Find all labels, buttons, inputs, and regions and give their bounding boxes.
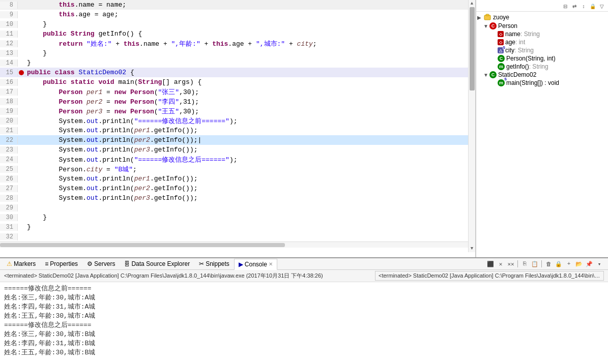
table-row: 30 }: [0, 213, 475, 222]
scroll-up-arrow[interactable]: ▲: [469, 0, 475, 7]
vertical-scrollbar[interactable]: ▲ ▼: [468, 0, 475, 252]
tab-markers[interactable]: ⚠ Markers: [2, 258, 40, 269]
staticdemo02-label: StaticDemo02: [498, 71, 536, 78]
outline-item-zuoye[interactable]: ▶ zuoye: [476, 13, 608, 22]
tab-snippets[interactable]: ✂ Snippets: [194, 258, 234, 269]
city-field-type: : String: [514, 47, 534, 54]
code-container[interactable]: 8 this.name = name; 9 this.age = age; 10: [0, 0, 475, 257]
paste-btn[interactable]: 📋: [530, 259, 539, 268]
scrollbar-thumb[interactable]: [470, 7, 475, 90]
class-icon: C: [489, 22, 497, 29]
tab-properties[interactable]: ≡ Properties: [40, 258, 82, 269]
line-content-10: }: [25, 20, 475, 28]
outline-item-getinfo[interactable]: m getInfo() : String: [476, 63, 608, 71]
tab-datasource[interactable]: 🗄 Data Source Explorer: [120, 258, 194, 269]
main-method-icon: m S: [498, 79, 505, 86]
line-content-27: System.out.println(per2.getInfo());: [25, 185, 475, 192]
horizontal-scrollbar[interactable]: [0, 241, 475, 248]
outline-item-constructor[interactable]: C Person(String, int): [476, 54, 608, 63]
tab-servers-label: Servers: [94, 260, 115, 267]
outline-item-name[interactable]: ◇ name : String: [476, 30, 608, 38]
main-area: 8 this.name = name; 9 this.age = age; 10: [0, 0, 608, 257]
table-row: 24 System.out.println("======修改信息之后=====…: [0, 155, 475, 164]
package-icon: [483, 13, 491, 21]
remove-all-btn[interactable]: ✕✕: [506, 259, 515, 268]
table-row: 20 System.out.println("======修改信息之前=====…: [0, 116, 475, 126]
table-row: 12 return "姓名:" + this.name + ",年龄:" + t…: [0, 39, 475, 48]
link-editor-btn[interactable]: ⇄: [570, 2, 578, 10]
outline-item-staticdemo02[interactable]: ▼ C StaticDemo02: [476, 71, 608, 79]
snippets-icon: ✂: [199, 260, 204, 267]
scroll-down-arrow[interactable]: ▼: [469, 245, 475, 252]
console-line-1: ======修改信息之前======: [4, 284, 604, 293]
tab-servers[interactable]: ⚙ Servers: [82, 258, 120, 269]
pin-btn[interactable]: 📌: [585, 259, 594, 268]
constructor-label: Person(String, int): [506, 55, 556, 62]
line-number-21: 21: [0, 127, 18, 134]
outline-item-age[interactable]: ◇ age : int: [476, 38, 608, 46]
outline-panel: ⊟ ⇄ ↕ 🔒 ▽ ▶ zuoye ▼ C Person: [476, 0, 608, 257]
line-marker-15: [18, 70, 25, 75]
remove-btn[interactable]: ✕: [496, 259, 505, 268]
console-line-7: 姓名:李四,年龄:31,城市:B城: [4, 339, 604, 348]
scrollbar-track-h: [0, 243, 475, 247]
table-row: 29: [0, 203, 475, 213]
table-row: 16 public static void main(String[] args…: [0, 77, 475, 87]
chevron-down-btn[interactable]: ▾: [595, 259, 604, 268]
table-row: 31 }: [0, 222, 475, 232]
console-header: <terminated> StaticDemo02 [Java Applicat…: [0, 270, 608, 282]
outline-item-person[interactable]: ▼ C Person: [476, 22, 608, 30]
table-row: 23 System.out.println(per3.getInfo());: [0, 145, 475, 155]
line-number-12: 12: [0, 40, 18, 47]
table-row: 15 public class StaticDemo02 {: [0, 68, 475, 77]
table-row: 32: [0, 232, 475, 241]
code-lines: 8 this.name = name; 9 this.age = age; 10: [0, 0, 475, 241]
line-content-23: System.out.println(per3.getInfo());: [25, 146, 475, 154]
hide-btn[interactable]: 🔒: [589, 2, 597, 10]
console-x-icon: ✕: [269, 261, 273, 267]
scrollbar-track: [469, 7, 475, 245]
line-number-11: 11: [0, 31, 18, 38]
class-icon-staticdemo: C: [489, 71, 497, 78]
copy-btn[interactable]: ⎘: [520, 259, 529, 268]
collapse-all-btn[interactable]: ⊟: [561, 2, 569, 10]
constructor-icon: C: [498, 55, 505, 62]
line-content-30: }: [25, 214, 475, 221]
line-number-22: 22: [0, 137, 18, 144]
line-number-29: 29: [0, 204, 18, 211]
console-line-5: ======修改信息之后======: [4, 321, 604, 330]
tab-console-label: Console: [245, 261, 267, 268]
outline-item-city[interactable]: △ S city : String: [476, 46, 608, 54]
stop-btn[interactable]: ⬛: [486, 259, 495, 268]
filter-btn[interactable]: ▽: [598, 2, 606, 10]
name-field-type: : String: [520, 31, 540, 38]
open-btn[interactable]: 📂: [574, 259, 584, 268]
outline-toolbar: ⊟ ⇄ ↕ 🔒 ▽: [476, 1, 608, 12]
console-toolbar: ⬛ ✕ ✕✕ ⎘ 📋 🗑 🔒 + 📂 📌 ▾: [484, 259, 606, 269]
console-tooltip: <terminated> StaticDemo02 [Java Applicat…: [375, 271, 604, 281]
main-label: main(String[]) : void: [506, 79, 559, 86]
sort-btn[interactable]: ↕: [580, 2, 588, 10]
outline-item-main[interactable]: m S main(String[]) : void: [476, 79, 608, 87]
new-console-btn[interactable]: +: [564, 259, 573, 268]
clear-btn[interactable]: 🗑: [544, 259, 553, 268]
chevron-down-icon: ▼: [483, 72, 489, 78]
line-number-31: 31: [0, 224, 18, 231]
line-content-12: return "姓名:" + this.name + ",年龄:" + this…: [25, 39, 475, 48]
getinfo-label: getInfo(): [506, 63, 529, 70]
line-content-20: System.out.println("======修改信息之前======")…: [25, 116, 475, 126]
scrollbar-thumb-h[interactable]: [0, 243, 285, 247]
line-number-19: 19: [0, 108, 18, 115]
tab-console[interactable]: ▶ Console ✕: [234, 259, 277, 270]
console-output[interactable]: ======修改信息之前====== 姓名:张三,年龄:30,城市:A城 姓名:…: [0, 282, 608, 364]
line-number-28: 28: [0, 195, 18, 202]
city-field-label: city: [505, 47, 514, 54]
line-content-28: System.out.println(per3.getInfo());: [25, 194, 475, 202]
properties-icon: ≡: [45, 260, 48, 267]
table-row: 17 Person per1 = new Person("张三",30);: [0, 87, 475, 97]
person-label: Person: [498, 22, 517, 29]
datasource-icon: 🗄: [124, 261, 130, 267]
line-number-9: 9: [0, 11, 18, 18]
line-number-17: 17: [0, 88, 18, 96]
scroll-lock-btn[interactable]: 🔒: [554, 259, 563, 268]
